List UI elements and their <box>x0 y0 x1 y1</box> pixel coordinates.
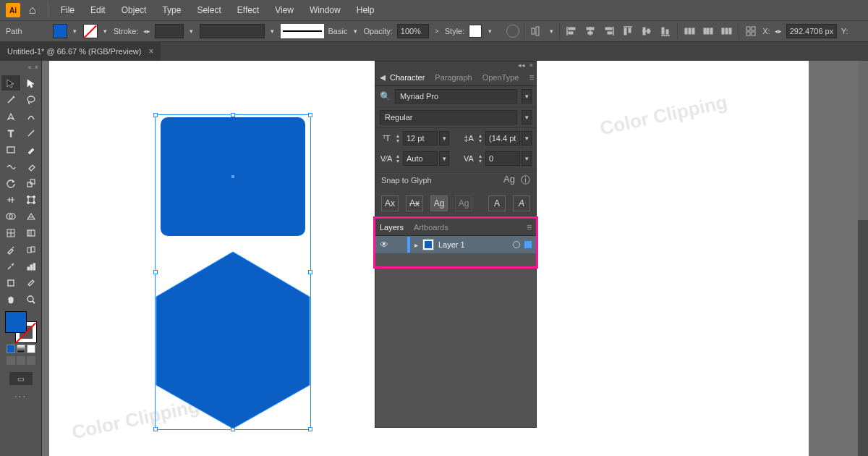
selection-handle[interactable] <box>308 113 312 117</box>
tab-artboards[interactable]: Artboards <box>414 223 448 232</box>
distribute-h3-icon[interactable] <box>720 24 734 38</box>
font-search-icon[interactable]: 🔍 <box>380 91 391 101</box>
align-top-icon[interactable] <box>621 24 635 38</box>
magic-wand-tool[interactable] <box>1 92 20 107</box>
info-icon[interactable]: ⓘ <box>521 174 530 187</box>
curvature-tool[interactable] <box>22 109 41 124</box>
free-transform-tool[interactable] <box>22 192 41 207</box>
artboard-tool[interactable] <box>1 275 20 290</box>
kerning-input[interactable] <box>403 151 438 166</box>
rectangle-tool[interactable] <box>1 142 20 157</box>
align-hcenter-icon[interactable] <box>583 24 597 38</box>
rotate-tool[interactable] <box>1 175 20 190</box>
tracking-input[interactable] <box>485 151 520 166</box>
menu-select[interactable]: Select <box>190 5 227 15</box>
leading-input[interactable] <box>485 131 520 145</box>
expand-layer-icon[interactable]: ▸ <box>414 241 418 249</box>
panel-close-icon[interactable]: × <box>529 62 533 69</box>
lasso-tool[interactable] <box>22 92 41 107</box>
hexagon-shape[interactable] <box>155 250 311 430</box>
kerning-dropdown-icon[interactable]: ▾ <box>439 151 449 166</box>
visibility-icon[interactable]: 👁 <box>380 240 390 250</box>
font-family-dropdown-icon[interactable]: ▾ <box>522 89 532 104</box>
pen-tool[interactable] <box>1 109 20 124</box>
tracking-stepper-icon[interactable]: ▴▾ <box>477 153 484 164</box>
distribute-h1-icon[interactable] <box>682 24 697 38</box>
opacity-dropdown-icon[interactable]: > <box>433 24 441 38</box>
none-mode-icon[interactable] <box>27 345 35 353</box>
menu-object[interactable]: Object <box>115 5 153 15</box>
kerning-stepper-icon[interactable]: ▴▾ <box>394 153 401 164</box>
perspective-tool[interactable] <box>22 208 41 224</box>
home-icon[interactable]: ⌂ <box>29 4 36 17</box>
snap-proximity-button[interactable]: Ag <box>455 195 472 211</box>
font-style-input[interactable] <box>380 110 517 124</box>
x-stepper-icon[interactable]: ◂▸ <box>775 24 782 38</box>
shape-builder-tool[interactable] <box>1 208 20 224</box>
document-tab[interactable]: Untitled-1* @ 66.67 % (RGB/Preview) × <box>0 42 161 61</box>
font-size-input[interactable] <box>403 131 438 145</box>
direct-selection-tool[interactable] <box>22 75 41 90</box>
font-style-dropdown-icon[interactable]: ▾ <box>522 110 532 124</box>
blend-tool[interactable] <box>22 242 41 257</box>
opacity-input[interactable] <box>397 24 429 38</box>
panel-collapse-icon[interactable]: ◂◂ <box>518 62 525 69</box>
eraser-tool[interactable] <box>22 159 41 174</box>
style-dropdown-icon[interactable]: ▾ <box>486 24 493 38</box>
align-right-icon[interactable] <box>602 24 616 38</box>
target-icon[interactable] <box>513 241 520 248</box>
eyedropper-tool[interactable] <box>1 242 20 257</box>
tab-character[interactable]: Character <box>390 73 425 82</box>
brush-dropdown-icon[interactable]: ▾ <box>269 24 276 38</box>
menu-effect[interactable]: Effect <box>231 5 265 15</box>
graphic-style-swatch[interactable] <box>469 25 482 38</box>
toolbox-collapse-icon[interactable]: « <box>28 64 32 74</box>
draw-behind-icon[interactable] <box>17 356 25 365</box>
scrollbar-thumb[interactable] <box>858 61 868 220</box>
selection-handle[interactable] <box>153 113 158 117</box>
slice-tool[interactable] <box>22 275 41 290</box>
toolbox-close-icon[interactable]: × <box>35 64 38 74</box>
layer-row[interactable]: 👁 ▸ Layer 1 <box>375 236 536 253</box>
align-vcenter-icon[interactable] <box>639 24 654 38</box>
tab-opentype[interactable]: OpenType <box>482 73 519 82</box>
column-graph-tool[interactable] <box>22 258 41 274</box>
menu-help[interactable]: Help <box>350 5 381 15</box>
menu-view[interactable]: View <box>268 5 300 15</box>
screen-mode-button[interactable]: ▭ <box>9 372 33 385</box>
symbol-sprayer-tool[interactable] <box>1 258 20 274</box>
rounded-rectangle-shape[interactable] <box>161 117 305 236</box>
stroke-weight-dropdown-icon[interactable]: ▾ <box>188 24 195 38</box>
canvas-area[interactable]: Color Clipping Color Clipping ◂◂× ◂ Char… <box>42 61 868 456</box>
layer-name[interactable]: Layer 1 <box>438 240 465 249</box>
menu-edit[interactable]: Edit <box>84 5 112 15</box>
gradient-mode-icon[interactable] <box>17 345 25 353</box>
tab-paragraph[interactable]: Paragraph <box>435 73 472 82</box>
snap-anchor-button[interactable]: A <box>513 195 530 211</box>
snap-xheight-button[interactable]: Ax <box>406 195 423 211</box>
type-tool[interactable]: T <box>1 125 20 140</box>
stroke-weight-input[interactable] <box>155 24 184 38</box>
selection-tool[interactable] <box>1 75 20 90</box>
line-tool[interactable] <box>22 125 41 140</box>
tab-layers[interactable]: Layers <box>380 223 404 232</box>
leading-stepper-icon[interactable]: ▴▾ <box>477 133 484 143</box>
layers-menu-icon[interactable]: ≡ <box>527 222 532 232</box>
scale-tool[interactable] <box>22 175 41 190</box>
stroke-dropdown-icon[interactable]: ▾ <box>102 24 109 38</box>
mesh-tool[interactable] <box>1 225 20 240</box>
draw-normal-icon[interactable] <box>7 356 15 365</box>
shaper-tool[interactable] <box>1 159 20 174</box>
menu-window[interactable]: Window <box>303 5 347 15</box>
paintbrush-tool[interactable] <box>22 142 41 157</box>
zoom-tool[interactable] <box>22 292 41 307</box>
menu-file[interactable]: File <box>54 5 81 15</box>
font-family-input[interactable] <box>395 89 517 104</box>
selection-indicator[interactable] <box>524 241 532 248</box>
size-stepper-icon[interactable]: ▴▾ <box>394 133 401 143</box>
distribute-h2-icon[interactable] <box>701 24 715 38</box>
gradient-tool[interactable] <box>22 225 41 240</box>
leading-dropdown-icon[interactable]: ▾ <box>522 131 532 145</box>
fill-stroke-control[interactable] <box>5 311 37 343</box>
fill-color[interactable] <box>5 311 27 333</box>
